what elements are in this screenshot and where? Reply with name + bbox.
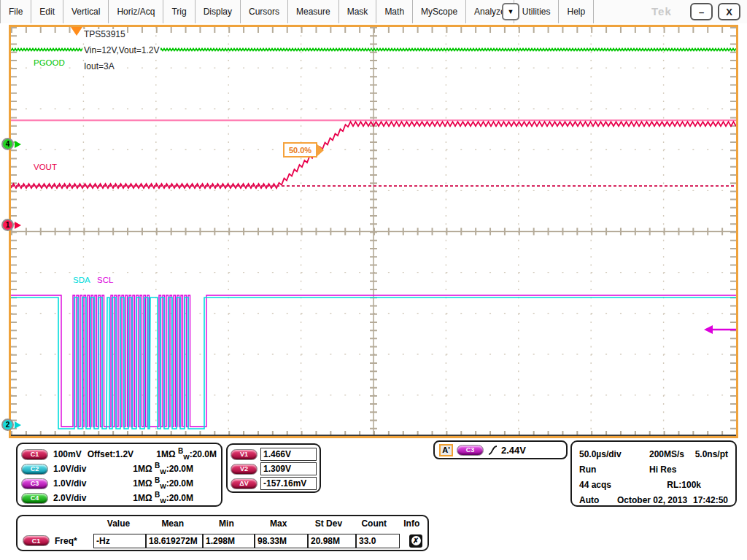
channel-impedance-bw: 1MΩ BW:20.0M bbox=[133, 476, 193, 490]
menu-item-trig[interactable]: Trig bbox=[163, 0, 195, 23]
channel-impedance-bw: 1MΩ BW:20.0M bbox=[133, 462, 193, 475]
cursor-row-1: V11.466V bbox=[231, 447, 317, 462]
menu-item-utilities[interactable]: Utilities bbox=[514, 0, 560, 23]
measurement-stdev: 20.98M bbox=[308, 534, 356, 548]
channel-badge-c4[interactable]: C4 bbox=[21, 493, 48, 504]
minimize-button[interactable]: – bbox=[690, 3, 713, 20]
reference-level-tag[interactable]: 50.0% bbox=[283, 142, 317, 158]
trigger-mode-badge[interactable]: A' bbox=[439, 444, 453, 456]
cursor-badge[interactable]: V2 bbox=[231, 464, 258, 475]
measurement-mean: 18.619272M bbox=[146, 534, 203, 548]
acquisition-mode: Hi Res bbox=[649, 464, 676, 475]
annotation-load: Iout=3A bbox=[82, 61, 116, 72]
timebase-scale: 50.0µs/div bbox=[579, 449, 622, 459]
measurement-header-cell: Min bbox=[201, 518, 252, 532]
cursor-row-2: V21.309V bbox=[231, 462, 317, 476]
date-display: October 02, 2013 bbox=[617, 495, 687, 505]
pgood-trace-label: PGOOD bbox=[34, 58, 65, 67]
annotation-device: TPS53915 bbox=[82, 29, 127, 40]
acquisition-count: 44 acqs bbox=[579, 480, 611, 490]
channel2-position-marker[interactable]: 2 bbox=[1, 419, 14, 431]
waveform-display: PGOODVOUTSDASCL TPS53915 Vin=12V,Vout=1.… bbox=[9, 25, 738, 438]
channel-row-c4: C42.0V/div1MΩ BW:20.0M bbox=[21, 491, 217, 505]
measurement-count: 33.0 bbox=[356, 534, 400, 548]
measurement-header-cell: St Dev bbox=[305, 518, 352, 532]
vout-trace-label: VOUT bbox=[34, 163, 57, 171]
measurement-header-cell: Mean bbox=[144, 518, 201, 532]
menu-item-display[interactable]: Display bbox=[196, 0, 241, 23]
channel-scale: 1.0V/div bbox=[53, 478, 86, 489]
channel1-position-marker[interactable]: 1 bbox=[1, 219, 14, 231]
trigger-readout-panel: A' C3 2.44V bbox=[433, 440, 568, 459]
channel-row-c1: C1100mVOffset:1.2V1MΩ BW:20.0M bbox=[21, 447, 217, 462]
channel-scale: 2.0V/div bbox=[53, 493, 86, 503]
measurement-header-cell: Value bbox=[93, 518, 144, 532]
menu-item-mask[interactable]: Mask bbox=[339, 0, 377, 23]
trigger-position-marker[interactable] bbox=[71, 27, 82, 36]
menu-item-edit[interactable]: Edit bbox=[31, 0, 63, 23]
cursor-readout-panel: V11.466VV21.309VΔV-157.16mV bbox=[226, 443, 321, 493]
menu-item-math[interactable]: Math bbox=[376, 0, 413, 23]
channel-scale: 1.0V/div bbox=[53, 464, 86, 474]
trigger-mode: Auto bbox=[579, 495, 599, 505]
time-display: 17:42:50 bbox=[693, 495, 728, 505]
channel-row-c2: C21.0V/div1MΩ BW:20.0M bbox=[21, 462, 217, 476]
menu-item-measure[interactable]: Measure bbox=[288, 0, 339, 23]
waveform-canvas: PGOODVOUTSDASCL bbox=[11, 27, 736, 436]
menu-bar: FileEditVerticalHoriz/AcqTrigDisplayCurs… bbox=[0, 0, 747, 23]
measurement-header-cell: Info bbox=[395, 518, 427, 532]
measurement-header-cell: Max bbox=[252, 518, 305, 532]
cursor-badge[interactable]: V1 bbox=[231, 449, 258, 460]
channel-badge-c3[interactable]: C3 bbox=[21, 478, 48, 489]
cursor-value: 1.466V bbox=[260, 448, 317, 461]
measurement-max: 98.33M bbox=[255, 534, 308, 548]
measurement-panel: ValueMeanMinMaxSt DevCountInfoC1Freq*-Hz… bbox=[16, 515, 429, 551]
measurement-source-badge[interactable]: C1 bbox=[23, 535, 50, 546]
menu-item-cursors[interactable]: Cursors bbox=[241, 0, 288, 23]
measurement-name: Freq* bbox=[55, 536, 77, 546]
channel4-position-marker[interactable]: 4 bbox=[1, 138, 14, 150]
close-button[interactable]: X bbox=[718, 3, 740, 20]
measurement-info-button[interactable]: ✗ bbox=[409, 534, 422, 548]
rising-edge-icon bbox=[487, 444, 498, 456]
trigger-source-badge[interactable]: C3 bbox=[457, 445, 484, 456]
oscilloscope-app: FileEditVerticalHoriz/AcqTrigDisplayCurs… bbox=[0, 0, 747, 560]
menu-overflow-button[interactable]: ▼ bbox=[502, 3, 519, 20]
measurement-min: 1.298M bbox=[203, 534, 255, 548]
menu-item-horizacq[interactable]: Horiz/Acq bbox=[109, 0, 163, 23]
channel-settings-panel: C1100mVOffset:1.2V1MΩ BW:20.0MC21.0V/div… bbox=[16, 443, 222, 507]
channel-impedance-bw: 1MΩ BW:20.0M bbox=[156, 447, 217, 461]
measurement-header-cell: Count bbox=[352, 518, 395, 532]
channel-scale: 100mV bbox=[53, 449, 82, 459]
menu-item-vertical[interactable]: Vertical bbox=[63, 0, 109, 23]
channel-impedance-bw: 1MΩ BW:20.0M bbox=[133, 491, 193, 505]
sample-resolution: 5.0ns/pt bbox=[695, 449, 728, 459]
record-length: RL:100k bbox=[667, 480, 701, 490]
cursor-value: 1.309V bbox=[260, 462, 317, 475]
run-state: Run bbox=[579, 464, 596, 475]
menu-item-help[interactable]: Help bbox=[559, 0, 594, 23]
annotation-conditions: Vin=12V,Vout=1.2V bbox=[82, 45, 160, 56]
trigger-level-value: 2.44V bbox=[501, 445, 526, 456]
cursor-row-3: ΔV-157.16mV bbox=[231, 476, 317, 491]
menu-item-myscope[interactable]: MyScope bbox=[413, 0, 466, 23]
menu-item-file[interactable]: File bbox=[0, 0, 31, 23]
scl-trace-label: SCL bbox=[97, 276, 114, 284]
cursor-badge[interactable]: ΔV bbox=[231, 478, 258, 489]
cursor-value: -157.16mV bbox=[260, 477, 317, 490]
tek-logo: Tek bbox=[651, 5, 672, 18]
channel-row-c3: C31.0V/div1MΩ BW:20.0M bbox=[21, 476, 217, 491]
timebase-panel: 50.0µs/div 200MS/s 5.0ns/pt Run Hi Res 4… bbox=[570, 440, 737, 507]
sample-rate: 200MS/s bbox=[649, 449, 684, 459]
channel-badge-c1[interactable]: C1 bbox=[21, 449, 48, 460]
measurement-value: -Hz bbox=[93, 534, 146, 548]
measurement-header: ValueMeanMinMaxSt DevCountInfo bbox=[18, 518, 427, 532]
sda-trace-label: SDA bbox=[73, 276, 90, 284]
channel-offset: Offset:1.2V bbox=[88, 449, 133, 459]
channel-badge-c2[interactable]: C2 bbox=[21, 464, 48, 475]
measurement-row: C1Freq*-Hz18.619272M1.298M98.33M20.98M33… bbox=[18, 533, 427, 548]
